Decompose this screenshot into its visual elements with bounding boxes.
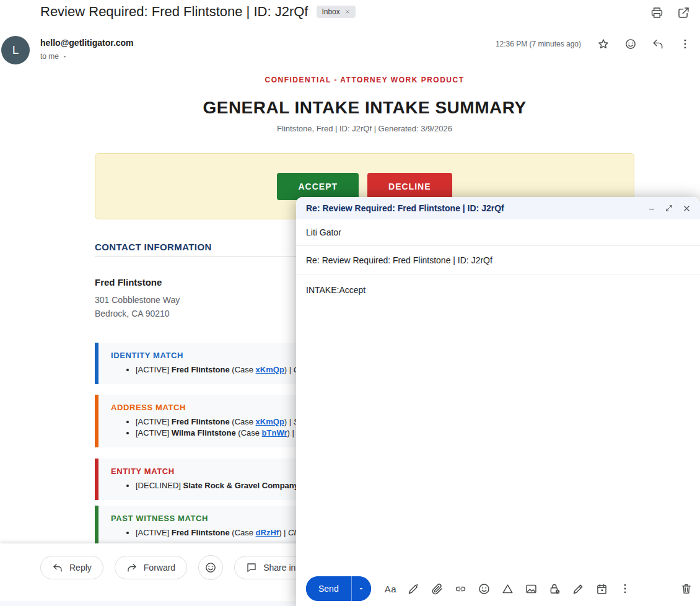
formatting-options-button[interactable]: Aa	[385, 584, 396, 594]
send-button[interactable]: Send	[306, 576, 351, 601]
match-text-segment: (Case	[230, 528, 256, 537]
help-me-write-button[interactable]	[407, 582, 420, 595]
caret-down-icon	[62, 54, 68, 59]
print-icon	[650, 6, 663, 19]
add-reaction-button[interactable]	[198, 555, 223, 580]
email-timestamp: 12:36 PM (7 minutes ago)	[496, 40, 581, 48]
insert-signature-button[interactable]	[572, 582, 585, 595]
compose-body-field[interactable]: INTAKE:Accept	[296, 274, 700, 571]
match-text-segment: ) |	[284, 365, 294, 374]
match-text-segment: (Case	[230, 417, 256, 426]
more-options-button[interactable]	[679, 38, 691, 50]
signature-pen-icon	[572, 582, 585, 595]
send-split-button: Send	[306, 576, 371, 601]
contact-name: Fred Flintstone	[95, 277, 162, 288]
match-text-segment: [ACTIVE]	[136, 428, 172, 437]
image-icon	[525, 582, 538, 595]
caret-down-icon	[357, 585, 365, 592]
chat-icon	[246, 562, 257, 573]
match-text-segment: [ACTIVE]	[136, 365, 172, 374]
popout-icon	[665, 204, 673, 213]
case-link[interactable]: xKmQp	[256, 417, 284, 426]
email-subject-row: Review Required: Fred Flintstone | ID: J…	[40, 4, 356, 20]
case-link[interactable]: bTnWr	[262, 428, 287, 437]
recipient-dropdown[interactable]: to me	[40, 52, 68, 61]
star-icon	[597, 38, 610, 50]
insert-photo-button[interactable]	[525, 582, 538, 595]
match-text-segment: [ACTIVE]	[136, 417, 172, 426]
attach-icon	[431, 582, 444, 595]
insert-from-drive-button[interactable]	[501, 582, 514, 595]
link-icon	[454, 582, 467, 595]
popout-button[interactable]	[665, 204, 673, 213]
reply-button[interactable]: Reply	[40, 556, 103, 579]
match-text-segment: [DECLINED]	[136, 481, 183, 490]
insert-emoji-button[interactable]	[478, 582, 491, 595]
reply-button-header[interactable]	[652, 38, 664, 50]
recipient-label: to me	[40, 52, 59, 61]
match-text-segment: Fred Flintstone	[172, 365, 230, 374]
schedule-meeting-button[interactable]	[595, 582, 608, 595]
minimize-button[interactable]	[647, 204, 656, 213]
email-subject: Review Required: Fred Flintstone | ID: J…	[40, 4, 308, 20]
emoji-icon	[624, 38, 637, 50]
reply-icon	[52, 562, 63, 573]
match-text-segment: Fred Flintstone	[172, 528, 230, 537]
print-button[interactable]	[650, 6, 663, 19]
more-vert-icon	[679, 38, 691, 50]
forward-icon	[126, 562, 138, 573]
decline-button[interactable]: DECLINE	[367, 173, 452, 200]
send-options-button[interactable]	[351, 576, 371, 601]
more-compose-options-button[interactable]	[619, 582, 631, 595]
compose-subject-field[interactable]: Re: Review Required: Fred Flintstone | I…	[296, 246, 700, 274]
open-in-new-icon	[677, 6, 690, 19]
match-text-segment: Slate Rock & Gravel Company	[183, 481, 299, 490]
remove-label-icon[interactable]	[344, 9, 351, 15]
match-text-segment: ) |	[284, 417, 294, 426]
confidential-mode-button[interactable]	[548, 582, 561, 595]
close-compose-button[interactable]	[682, 204, 691, 213]
case-link[interactable]: dRzHf	[256, 528, 279, 537]
attach-file-button[interactable]	[431, 582, 444, 595]
forward-label: Forward	[144, 563, 175, 573]
trash-icon	[680, 582, 693, 595]
document-title: GENERAL INTAKE INTAKE SUMMARY	[95, 98, 634, 118]
close-icon	[682, 204, 691, 213]
accept-button[interactable]: ACCEPT	[277, 173, 359, 200]
reply-icon	[652, 38, 664, 50]
sender-avatar[interactable]: L	[1, 36, 30, 64]
open-in-new-button[interactable]	[677, 6, 690, 19]
contact-info-heading: CONTACT INFORMATION	[95, 242, 212, 252]
match-text-segment: ) |	[279, 528, 288, 537]
forward-button[interactable]: Forward	[115, 556, 187, 579]
minimize-icon	[647, 204, 656, 213]
match-text-segment: [ACTIVE]	[136, 528, 172, 537]
insert-link-button[interactable]	[454, 582, 467, 595]
match-text-segment: (Case	[236, 428, 262, 437]
label-chip-inbox[interactable]: Inbox	[317, 6, 355, 18]
discard-draft-button[interactable]	[680, 582, 693, 595]
compose-toolbar: Send Aa	[306, 576, 693, 601]
label-text: Inbox	[322, 7, 339, 16]
match-text-segment: Fred Flintstone	[172, 417, 230, 426]
contact-address-line2: Bedrock, CA 90210	[95, 307, 180, 320]
confidential-icon	[548, 582, 561, 595]
more-vert-icon	[619, 582, 631, 595]
emoji-reaction-button[interactable]	[624, 38, 637, 50]
compose-title: Re: Review Required: Fred Flintstone | I…	[306, 203, 647, 213]
contact-address: 301 Cobblestone Way Bedrock, CA 90210	[95, 293, 180, 320]
confidential-banner: CONFIDENTIAL - ATTORNEY WORK PRODUCT	[95, 76, 634, 84]
match-text-segment: (Case	[230, 365, 256, 374]
compose-titlebar[interactable]: Re: Review Required: Fred Flintstone | I…	[296, 197, 700, 219]
compose-recipient-field[interactable]: Liti Gator	[296, 219, 700, 246]
match-text-segment: Wilma Flintstone	[172, 428, 236, 437]
star-button[interactable]	[597, 38, 610, 50]
drive-icon	[501, 582, 514, 595]
emoji-icon	[204, 561, 217, 574]
sender-email: hello@getlitigator.com	[40, 38, 134, 48]
magic-pen-icon	[407, 582, 420, 595]
case-link[interactable]: xKmQp	[256, 365, 284, 374]
document-subtitle: Flintstone, Fred | ID: J2rQf | Generated…	[95, 124, 634, 133]
compose-window: Re: Review Required: Fred Flintstone | I…	[296, 197, 700, 606]
reply-label: Reply	[69, 563, 92, 573]
